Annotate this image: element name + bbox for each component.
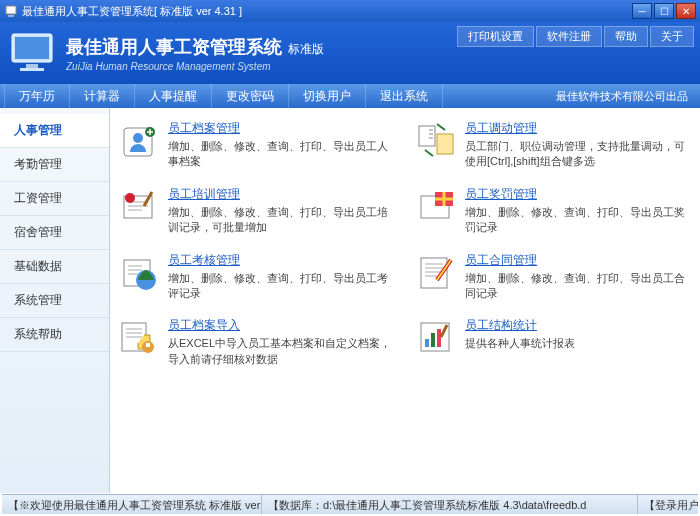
banner-subtitle: ZuiJia Human Resource Management System [66,61,324,72]
stats-icon [415,317,457,359]
maximize-button[interactable]: ☐ [654,3,674,19]
assess-icon [118,252,160,294]
tool-calendar[interactable]: 万年历 [4,84,70,108]
module-import-title[interactable]: 员工档案导入 [168,317,240,334]
module-profile-title[interactable]: 员工档案管理 [168,120,240,137]
sidebar-item-help[interactable]: 系统帮助 [0,318,109,352]
sidebar-item-personnel[interactable]: 人事管理 [0,114,109,148]
status-bar: 【※欢迎使用最佳通用人事工资管理系统 标准版 ver 4.31】 【数据库：d:… [2,494,698,514]
toolbar: 万年历 计算器 人事提醒 更改密码 切换用户 退出系统 最佳软件技术有限公司出品 [0,84,700,108]
sidebar-item-basedata[interactable]: 基础数据 [0,250,109,284]
body-area: 人事管理 考勤管理 工资管理 宿舍管理 基础数据 系统管理 系统帮助 员工档案管… [0,108,700,493]
module-reward: 员工奖罚管理 增加、删除、修改、查询、打印、导出员工奖罚记录 [415,186,692,236]
module-reward-title[interactable]: 员工奖罚管理 [465,186,537,203]
tool-reminder[interactable]: 人事提醒 [135,84,212,108]
tool-calculator[interactable]: 计算器 [70,84,135,108]
window-controls: ─ ☐ ✕ [632,3,696,19]
status-user: 【登录用户： [638,495,698,514]
module-contract-title[interactable]: 员工合同管理 [465,252,537,269]
banner: 最佳通用人事工资管理系统 标准版 ZuiJia Human Resource M… [0,22,700,84]
top-menu-register[interactable]: 软件注册 [536,26,602,47]
import-icon [118,317,160,359]
module-profile: 员工档案管理 增加、删除、修改、查询、打印、导出员工人事档案 [118,120,395,170]
sidebar-item-dorm[interactable]: 宿舍管理 [0,216,109,250]
transfer-icon [415,120,457,162]
status-db: 【数据库：d:\最佳通用人事工资管理系统标准版 4.3\data\freedb.… [262,495,638,514]
tool-exit[interactable]: 退出系统 [366,84,443,108]
module-transfer-title[interactable]: 员工调动管理 [465,120,537,137]
svg-rect-0 [6,6,16,14]
module-stats: 员工结构统计 提供各种人事统计报表 [415,317,692,367]
module-training-title[interactable]: 员工培训管理 [168,186,240,203]
title-bar: 最佳通用人事工资管理系统[ 标准版 ver 4.31 ] ─ ☐ ✕ [0,0,700,22]
module-training: 员工培训管理 增加、删除、修改、查询、打印、导出员工培训记录，可批量增加 [118,186,395,236]
svg-rect-8 [419,126,435,146]
module-training-desc: 增加、删除、修改、查询、打印、导出员工培训记录，可批量增加 [168,205,395,236]
profile-icon [118,120,160,162]
module-import-desc: 从EXCEL中导入员工基本档案和自定义档案，导入前请仔细核对数据 [168,336,395,367]
monitor-icon [10,32,58,74]
module-stats-title[interactable]: 员工结构统计 [465,317,537,334]
module-transfer-desc: 员工部门、职位调动管理，支持批量调动，可使用[Ctrl],[shift]组合键多… [465,139,692,170]
content: 员工档案管理 增加、删除、修改、查询、打印、导出员工人事档案 员工调动管理 员工… [110,108,700,493]
banner-title: 最佳通用人事工资管理系统 标准版 [66,35,324,59]
svg-rect-4 [20,68,44,71]
close-button[interactable]: ✕ [676,3,696,19]
module-transfer: 员工调动管理 员工部门、职位调动管理，支持批量调动，可使用[Ctrl],[shi… [415,120,692,170]
tool-switch-user[interactable]: 切换用户 [289,84,366,108]
contract-icon [415,252,457,294]
reward-icon [415,186,457,228]
svg-rect-22 [431,333,435,347]
svg-point-6 [133,133,143,143]
app-window: 最佳通用人事工资管理系统[ 标准版 ver 4.31 ] ─ ☐ ✕ 最佳通用人… [0,0,700,516]
toolbar-spacer [443,84,544,108]
training-icon [118,186,160,228]
top-menu-about[interactable]: 关于 [650,26,694,47]
svg-rect-9 [437,134,453,154]
status-welcome: 【※欢迎使用最佳通用人事工资管理系统 标准版 ver 4.31】 [2,495,262,514]
top-menu-help[interactable]: 帮助 [604,26,648,47]
svg-rect-23 [437,329,441,347]
module-contract-desc: 增加、删除、修改、查询、打印、导出员工合同记录 [465,271,692,302]
top-menu: 打印机设置 软件注册 帮助 关于 [457,26,694,47]
banner-title-text: 最佳通用人事工资管理系统 [66,35,282,59]
sidebar: 人事管理 考勤管理 工资管理 宿舍管理 基础数据 系统管理 系统帮助 [0,108,110,493]
svg-point-11 [125,193,135,203]
minimize-button[interactable]: ─ [632,3,652,19]
module-import: 员工档案导入 从EXCEL中导入员工基本档案和自定义档案，导入前请仔细核对数据 [118,317,395,367]
sidebar-item-salary[interactable]: 工资管理 [0,182,109,216]
module-contract: 员工合同管理 增加、删除、修改、查询、打印、导出员工合同记录 [415,252,692,302]
module-assessment-desc: 增加、删除、修改、查询、打印、导出员工考评记录 [168,271,395,302]
company-label: 最佳软件技术有限公司出品 [544,84,700,108]
window-title: 最佳通用人事工资管理系统[ 标准版 ver 4.31 ] [22,4,632,19]
banner-edition: 标准版 [288,41,324,58]
module-assessment: 员工考核管理 增加、删除、修改、查询、打印、导出员工考评记录 [118,252,395,302]
module-grid: 员工档案管理 增加、删除、修改、查询、打印、导出员工人事档案 员工调动管理 员工… [118,120,692,367]
module-reward-desc: 增加、删除、修改、查询、打印、导出员工奖罚记录 [465,205,692,236]
banner-titles: 最佳通用人事工资管理系统 标准版 ZuiJia Human Resource M… [66,35,324,72]
app-icon [4,4,18,18]
module-stats-desc: 提供各种人事统计报表 [465,336,692,351]
sidebar-item-system[interactable]: 系统管理 [0,284,109,318]
svg-rect-3 [26,64,38,68]
svg-rect-21 [425,339,429,347]
top-menu-printer[interactable]: 打印机设置 [457,26,534,47]
svg-rect-19 [146,343,150,347]
sidebar-item-attendance[interactable]: 考勤管理 [0,148,109,182]
tool-password[interactable]: 更改密码 [212,84,289,108]
svg-rect-2 [15,37,49,59]
module-profile-desc: 增加、删除、修改、查询、打印、导出员工人事档案 [168,139,395,170]
module-assessment-title[interactable]: 员工考核管理 [168,252,240,269]
